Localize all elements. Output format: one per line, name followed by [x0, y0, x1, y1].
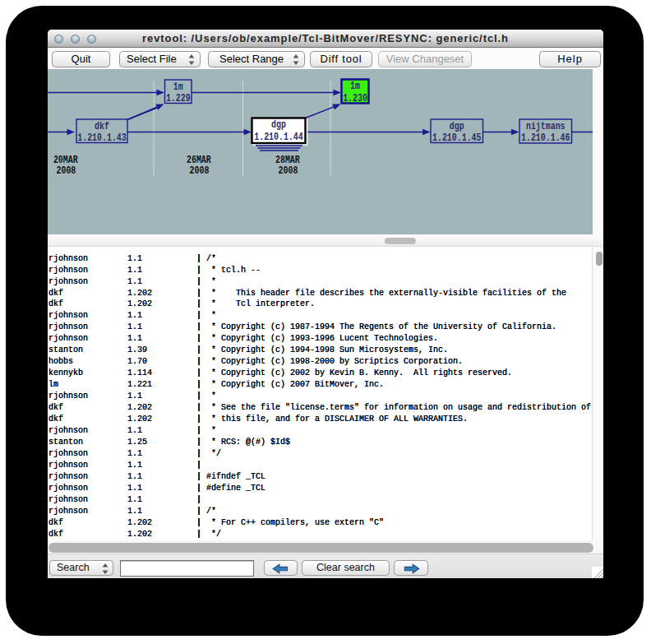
- svg-text:2008: 2008: [57, 165, 76, 177]
- svg-text:1m: 1m: [173, 81, 183, 93]
- svg-text:2008: 2008: [279, 165, 298, 177]
- svg-text:1m: 1m: [350, 81, 360, 92]
- svg-text:dkf: dkf: [95, 121, 109, 132]
- svg-text:1.230: 1.230: [343, 93, 367, 104]
- svg-text:20MAR: 20MAR: [53, 155, 78, 166]
- svg-text:1.210.1.44: 1.210.1.44: [254, 132, 303, 143]
- svg-text:1.210.1.45: 1.210.1.45: [432, 132, 482, 144]
- svg-text:1.229: 1.229: [166, 93, 191, 104]
- svg-text:dgp: dgp: [450, 121, 464, 132]
- svg-text:dgp: dgp: [271, 119, 286, 131]
- svg-text:1.210.1.46: 1.210.1.46: [521, 132, 570, 144]
- svg-text:26MAR: 26MAR: [187, 155, 211, 166]
- svg-text:28MAR: 28MAR: [275, 155, 300, 166]
- svg-text:2008: 2008: [190, 165, 210, 177]
- svg-text:1.210.1.43: 1.210.1.43: [77, 132, 127, 144]
- svg-text:nijtmans: nijtmans: [526, 121, 566, 132]
